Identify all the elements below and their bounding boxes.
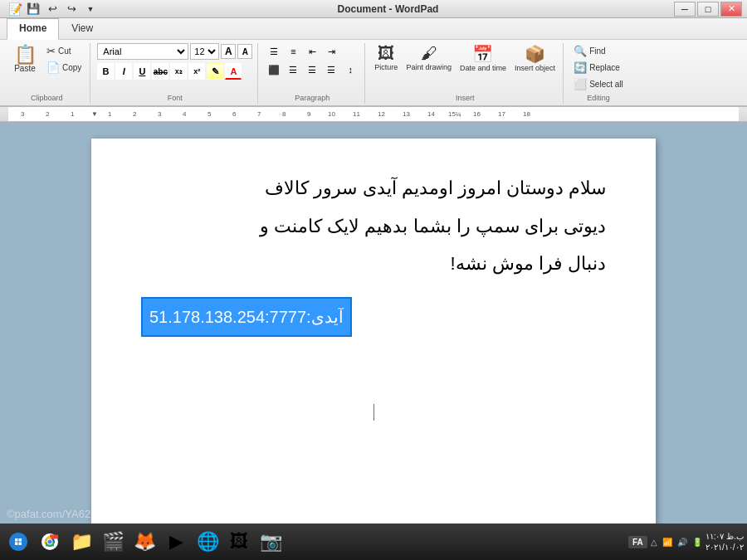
insert-group: 🖼 Picture 🖌 Paint drawing 📅 Date and tim… <box>367 43 564 104</box>
save-icon[interactable]: 💾 <box>25 1 42 17</box>
highlight-button[interactable]: ✎ <box>207 63 223 80</box>
indent-decrease-button[interactable]: ⇤ <box>303 43 321 60</box>
dropdown-icon[interactable]: ▼ <box>82 1 99 17</box>
window-title: Document - WordPad <box>102 3 674 15</box>
taskbar-right: FA △ 📶 🔊 🔋 ب.ظ ۱۱:۰۷ ۲۰۲۱/۱۰/۰۲ <box>628 531 744 553</box>
align-left-button[interactable]: ⬛ <box>265 61 283 78</box>
selected-text-block: آیدی:51.178.138.254:7777 <box>141 289 606 337</box>
align-center-button[interactable]: ☰ <box>284 61 302 78</box>
font-row1: Arial 12 A A <box>97 43 252 60</box>
battery-icon: 🔋 <box>692 538 702 547</box>
firefox-button[interactable]: 🌐 <box>193 527 222 557</box>
copy-button[interactable]: 📄 Copy <box>43 60 85 75</box>
font-color-button[interactable]: A <box>225 63 242 80</box>
start-icon <box>8 532 28 552</box>
volume-icon: 🔊 <box>677 538 687 547</box>
font-grow-button[interactable]: A <box>221 44 236 59</box>
paste-button[interactable]: 📋 Paste <box>8 43 42 75</box>
superscript-button[interactable]: x² <box>188 63 205 80</box>
italic-button[interactable]: I <box>115 63 132 80</box>
replace-icon: 🔄 <box>574 61 587 74</box>
strikethrough-button[interactable]: abc <box>152 63 168 80</box>
paragraph-label: Paragraph <box>295 94 330 102</box>
clock-time: ب.ظ ۱۱:۰۷ <box>706 531 744 542</box>
doc-line1: سلام دوستان امروز اومدیم آیدی سرور کالاف <box>141 172 606 205</box>
editing-label: Editing <box>587 94 610 102</box>
replace-button[interactable]: 🔄 Replace <box>570 60 627 75</box>
cut-icon: ✂ <box>46 45 56 57</box>
play-button[interactable]: ▶ <box>161 527 191 557</box>
undo-icon[interactable]: ↩ <box>44 1 61 17</box>
line-spacing-button[interactable]: ↕ <box>341 61 359 78</box>
calendar-icon: 📅 <box>472 44 493 64</box>
clipboard-content: 📋 Paste ✂ Cut 📄 Copy <box>8 43 85 92</box>
cut-button[interactable]: ✂ Cut <box>43 43 85 59</box>
indent-increase-button[interactable]: ⇥ <box>322 43 340 60</box>
paint-icon: 🖌 <box>421 44 437 63</box>
document-page[interactable]: سلام دوستان امروز اومدیم آیدی سرور کالاف… <box>91 139 656 537</box>
title-bar: 📝 💾 ↩ ↪ ▼ Document - WordPad ─ □ ✕ <box>0 0 747 18</box>
copy-icon: 📄 <box>46 61 60 74</box>
system-tray: △ 📶 🔊 🔋 <box>651 538 702 547</box>
align-justify-button[interactable]: ☰ <box>322 61 340 78</box>
doc-line2: دیوتی برای سمپ را بشما بدهیم لایک کامنت … <box>141 210 606 243</box>
text-cursor <box>374 404 374 421</box>
bold-button[interactable]: B <box>97 63 114 80</box>
bullets-button[interactable]: ☰ <box>265 43 283 60</box>
svg-point-0 <box>9 533 27 551</box>
datetime-button[interactable]: 📅 Date and time <box>457 43 509 73</box>
chrome-icon <box>41 533 59 551</box>
font-family-select[interactable]: Arial <box>97 43 188 60</box>
network-icon: 📶 <box>662 538 672 547</box>
close-button[interactable]: ✕ <box>720 2 742 17</box>
font-label: Font <box>168 94 183 102</box>
font-shrink-button[interactable]: A <box>237 44 252 59</box>
fox-button[interactable]: 🦊 <box>129 527 159 557</box>
system-clock[interactable]: ب.ظ ۱۱:۰۷ ۲۰۲۱/۱۰/۰۲ <box>706 531 744 553</box>
document-area[interactable]: سلام دوستان امروز اومدیم آیدی سرور کالاف… <box>0 122 747 537</box>
picture-button[interactable]: 🖼 Picture <box>372 43 400 72</box>
media-player-button[interactable]: 🎬 <box>98 527 128 557</box>
subscript-button[interactable]: x₂ <box>170 63 187 80</box>
editing-col: 🔍 Find 🔄 Replace ⬜ Select all <box>570 43 627 92</box>
redo-icon[interactable]: ↪ <box>63 1 80 17</box>
tab-view[interactable]: View <box>59 18 105 39</box>
find-button[interactable]: 🔍 Find <box>570 43 627 59</box>
clock-date: ۲۰۲۱/۱۰/۰۲ <box>706 542 744 553</box>
clipboard-label: Clipboard <box>31 94 63 102</box>
picture-icon: 🖼 <box>378 44 394 63</box>
ribbon: 📋 Paste ✂ Cut 📄 Copy Clipboard <box>0 40 747 107</box>
insert-object-icon: 📦 <box>525 44 545 64</box>
main-window: Home View 📋 Paste ✂ Cut 📄 Copy <box>0 18 747 560</box>
tab-home[interactable]: Home <box>7 18 59 40</box>
svg-point-4 <box>48 540 52 544</box>
paint-button[interactable]: 🖌 Paint drawing <box>403 43 454 72</box>
font-row2: B I U abc x₂ x² ✎ A <box>97 63 242 80</box>
ribbon-tabs: Home View <box>0 18 747 40</box>
start-button[interactable] <box>3 527 33 557</box>
editing-group: 🔍 Find 🔄 Replace ⬜ Select all Editing <box>565 43 632 104</box>
find-icon: 🔍 <box>574 45 587 57</box>
language-indicator[interactable]: FA <box>628 536 647 548</box>
paragraph-group: ☰ ≡ ⇤ ⇥ ⬛ ☰ ☰ ☰ ↕ Paragraph <box>260 43 365 104</box>
file-explorer-button[interactable]: 📁 <box>66 527 96 557</box>
minimize-button[interactable]: ─ <box>674 2 696 17</box>
align-right-button[interactable]: ☰ <box>303 61 321 78</box>
underline-button[interactable]: U <box>134 63 150 80</box>
numbering-button[interactable]: ≡ <box>284 43 302 60</box>
camera-button[interactable]: 📷 <box>256 527 286 557</box>
chrome-button[interactable] <box>35 527 65 557</box>
select-icon: ⬜ <box>574 78 587 90</box>
gallery-button[interactable]: 🖼 <box>224 527 254 557</box>
select-all-button[interactable]: ⬜ Select all <box>570 76 627 92</box>
insert-object-button[interactable]: 📦 Insert object <box>512 43 558 73</box>
paste-icon: 📋 <box>14 46 37 64</box>
quick-access-toolbar: 📝 💾 ↩ ↪ ▼ <box>5 0 102 19</box>
font-size-select[interactable]: 12 <box>190 43 219 60</box>
doc-line3: دنبال فرا موش نشه! <box>141 247 606 280</box>
wordpad-icon: 📝 <box>8 2 22 16</box>
ruler: 3 2 1 ▼ 1 2 3 4 5 6 7 8 9 10 11 12 13 14… <box>0 107 747 122</box>
maximize-button[interactable]: □ <box>697 2 719 17</box>
document-content: سلام دوستان امروز اومدیم آیدی سرور کالاف… <box>141 172 606 337</box>
clipboard-group: 📋 Paste ✂ Cut 📄 Copy Clipboard <box>3 43 90 104</box>
